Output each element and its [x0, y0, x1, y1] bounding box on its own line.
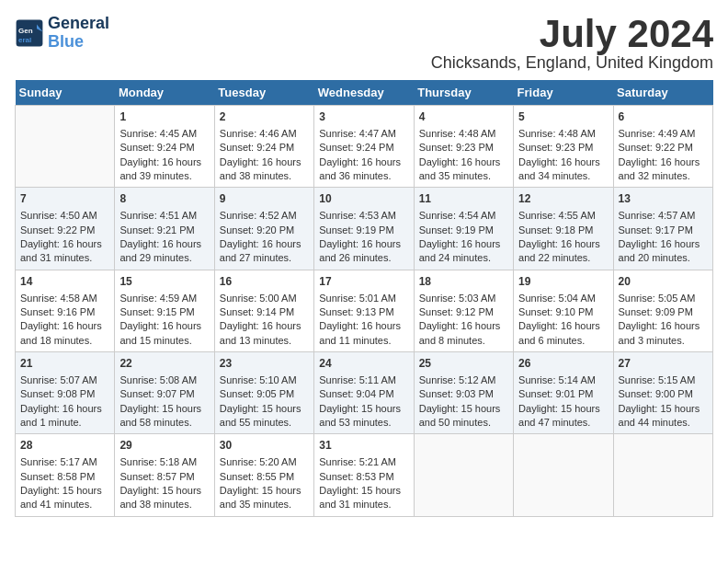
location-title: Chicksands, England, United Kingdom: [431, 53, 713, 73]
daylight-text: Daylight: 16 hours and 24 minutes.: [419, 238, 501, 263]
calendar-cell: 10Sunrise: 4:53 AMSunset: 9:19 PMDayligh…: [314, 188, 414, 270]
sunrise-text: Sunrise: 5:07 AM: [20, 374, 97, 385]
sunrise-text: Sunrise: 4:54 AM: [419, 210, 496, 221]
calendar-cell: 7Sunrise: 4:50 AMSunset: 9:22 PMDaylight…: [16, 188, 115, 270]
calendar-table: SundayMondayTuesdayWednesdayThursdayFrid…: [15, 80, 713, 517]
sunset-text: Sunset: 9:00 PM: [619, 388, 693, 399]
daylight-text: Daylight: 16 hours and 22 minutes.: [518, 238, 600, 263]
sunset-text: Sunset: 9:23 PM: [419, 142, 494, 153]
sunset-text: Sunset: 9:07 PM: [119, 388, 194, 399]
sunset-text: Sunset: 9:15 PM: [119, 306, 194, 317]
sunset-text: Sunset: 9:19 PM: [319, 224, 393, 236]
sunset-text: Sunset: 9:24 PM: [319, 142, 393, 153]
sunrise-text: Sunrise: 5:04 AM: [518, 293, 596, 304]
day-number: 20: [619, 274, 708, 290]
daylight-text: Daylight: 16 hours and 35 minutes.: [419, 156, 501, 181]
sunset-text: Sunset: 9:21 PM: [119, 224, 194, 236]
calendar-cell: [514, 434, 613, 516]
calendar-cell: 21Sunrise: 5:07 AMSunset: 9:08 PMDayligh…: [16, 352, 115, 434]
sunrise-text: Sunrise: 5:05 AM: [619, 293, 696, 304]
calendar-cell: 4Sunrise: 4:48 AMSunset: 9:23 PMDaylight…: [414, 106, 513, 188]
daylight-text: Daylight: 16 hours and 20 minutes.: [619, 238, 700, 263]
daylight-text: Daylight: 15 hours and 53 minutes.: [319, 403, 401, 428]
sunset-text: Sunset: 9:24 PM: [220, 142, 294, 153]
day-number: 14: [20, 274, 109, 290]
logo-text: General Blue: [48, 15, 109, 52]
day-number: 9: [220, 191, 309, 207]
sunset-text: Sunset: 9:12 PM: [419, 306, 494, 317]
calendar-cell: 17Sunrise: 5:01 AMSunset: 9:13 PMDayligh…: [314, 270, 414, 351]
day-number: 7: [20, 191, 109, 207]
day-header-wednesday: Wednesday: [314, 80, 414, 106]
sunrise-text: Sunrise: 5:10 AM: [220, 374, 297, 385]
calendar-week-row: 1Sunrise: 4:45 AMSunset: 9:24 PMDaylight…: [16, 106, 713, 188]
calendar-cell: [414, 434, 513, 516]
calendar-cell: 2Sunrise: 4:46 AMSunset: 9:24 PMDaylight…: [214, 106, 313, 188]
sunrise-text: Sunrise: 4:46 AM: [220, 128, 297, 139]
calendar-week-row: 28Sunrise: 5:17 AMSunset: 8:58 PMDayligh…: [16, 434, 713, 516]
day-number: 2: [220, 109, 309, 125]
calendar-cell: 26Sunrise: 5:14 AMSunset: 9:01 PMDayligh…: [514, 352, 613, 434]
daylight-text: Daylight: 15 hours and 35 minutes.: [220, 485, 301, 510]
calendar-cell: 30Sunrise: 5:20 AMSunset: 8:55 PMDayligh…: [214, 434, 313, 516]
sunrise-text: Sunrise: 4:55 AM: [518, 210, 596, 221]
sunrise-text: Sunrise: 5:18 AM: [119, 456, 197, 467]
day-header-monday: Monday: [115, 80, 214, 106]
day-number: 12: [518, 191, 608, 207]
sunrise-text: Sunrise: 4:47 AM: [319, 128, 396, 139]
sunrise-text: Sunrise: 5:20 AM: [220, 456, 297, 467]
daylight-text: Daylight: 16 hours and 38 minutes.: [220, 156, 301, 181]
calendar-cell: 3Sunrise: 4:47 AMSunset: 9:24 PMDaylight…: [314, 106, 414, 188]
day-number: 15: [119, 274, 209, 290]
sunset-text: Sunset: 8:57 PM: [119, 471, 194, 482]
sunset-text: Sunset: 9:03 PM: [419, 388, 494, 399]
daylight-text: Daylight: 15 hours and 44 minutes.: [619, 403, 700, 428]
sunset-text: Sunset: 8:53 PM: [319, 471, 393, 482]
sunrise-text: Sunrise: 4:48 AM: [419, 128, 496, 139]
day-number: 31: [319, 438, 408, 454]
daylight-text: Daylight: 16 hours and 8 minutes.: [419, 320, 501, 345]
daylight-text: Daylight: 16 hours and 31 minutes.: [20, 238, 102, 263]
sunrise-text: Sunrise: 4:50 AM: [20, 210, 97, 221]
sunset-text: Sunset: 9:19 PM: [419, 224, 494, 236]
sunrise-text: Sunrise: 4:45 AM: [119, 128, 197, 139]
calendar-cell: 27Sunrise: 5:15 AMSunset: 9:00 PMDayligh…: [613, 352, 712, 434]
header: Gen eral General Blue July 2024 Chicksan…: [15, 15, 713, 73]
day-number: 16: [220, 274, 309, 290]
calendar-cell: 28Sunrise: 5:17 AMSunset: 8:58 PMDayligh…: [16, 434, 115, 516]
daylight-text: Daylight: 15 hours and 38 minutes.: [119, 485, 201, 510]
daylight-text: Daylight: 16 hours and 39 minutes.: [119, 156, 201, 181]
day-number: 6: [619, 109, 708, 125]
day-number: 17: [319, 274, 408, 290]
day-number: 11: [419, 191, 508, 207]
calendar-cell: 16Sunrise: 5:00 AMSunset: 9:14 PMDayligh…: [214, 270, 313, 351]
sunrise-text: Sunrise: 4:49 AM: [619, 128, 696, 139]
calendar-cell: 8Sunrise: 4:51 AMSunset: 9:21 PMDaylight…: [115, 188, 214, 270]
day-number: 25: [419, 356, 508, 372]
daylight-text: Daylight: 16 hours and 27 minutes.: [220, 238, 301, 263]
calendar-week-row: 14Sunrise: 4:58 AMSunset: 9:16 PMDayligh…: [16, 270, 713, 351]
daylight-text: Daylight: 15 hours and 58 minutes.: [119, 403, 201, 428]
daylight-text: Daylight: 16 hours and 1 minute.: [20, 403, 102, 428]
sunrise-text: Sunrise: 4:59 AM: [119, 293, 197, 304]
daylight-text: Daylight: 16 hours and 15 minutes.: [119, 320, 201, 345]
svg-text:eral: eral: [18, 35, 31, 43]
daylight-text: Daylight: 16 hours and 6 minutes.: [518, 320, 600, 345]
sunset-text: Sunset: 9:23 PM: [518, 142, 593, 153]
daylight-text: Daylight: 16 hours and 32 minutes.: [619, 156, 700, 181]
sunrise-text: Sunrise: 4:52 AM: [220, 210, 297, 221]
calendar-cell: 1Sunrise: 4:45 AMSunset: 9:24 PMDaylight…: [115, 106, 214, 188]
daylight-text: Daylight: 16 hours and 34 minutes.: [518, 156, 600, 181]
day-number: 4: [419, 109, 508, 125]
sunrise-text: Sunrise: 4:51 AM: [119, 210, 197, 221]
daylight-text: Daylight: 15 hours and 31 minutes.: [319, 485, 401, 510]
calendar-cell: 14Sunrise: 4:58 AMSunset: 9:16 PMDayligh…: [16, 270, 115, 351]
sunset-text: Sunset: 9:22 PM: [619, 142, 693, 153]
day-number: 21: [20, 356, 109, 372]
daylight-text: Daylight: 16 hours and 26 minutes.: [319, 238, 401, 263]
day-headers-row: SundayMondayTuesdayWednesdayThursdayFrid…: [16, 80, 713, 106]
daylight-text: Daylight: 15 hours and 41 minutes.: [20, 485, 102, 510]
calendar-cell: [613, 434, 712, 516]
day-number: 18: [419, 274, 508, 290]
day-number: 13: [619, 191, 708, 207]
